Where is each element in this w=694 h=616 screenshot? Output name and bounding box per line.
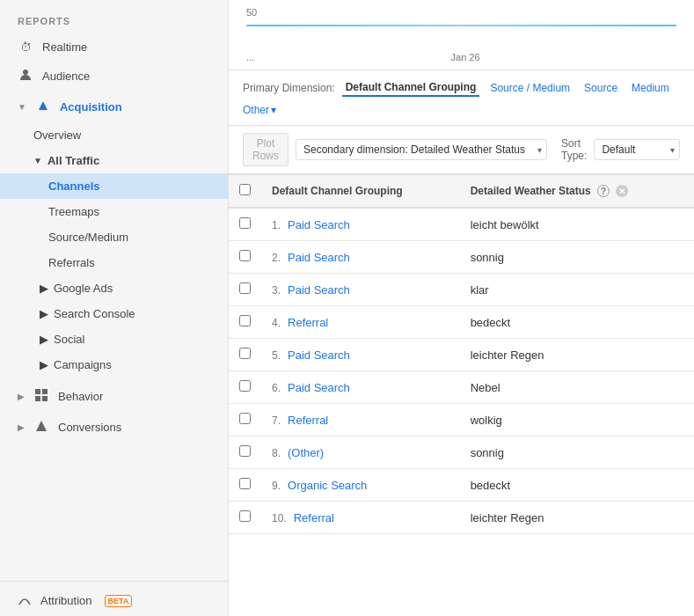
row-checkbox[interactable] xyxy=(239,478,251,489)
sidebar-item-social[interactable]: ▶ Social xyxy=(0,326,228,352)
sidebar-item-realtime-label: Realtime xyxy=(42,40,87,54)
row-checkbox-cell xyxy=(229,306,261,339)
primary-dim-medium[interactable]: Medium xyxy=(628,80,673,96)
sort-select-wrapper: Default Ascending Descending xyxy=(594,139,680,160)
sidebar-attribution-label: Attribution xyxy=(40,594,92,607)
all-traffic-chevron: ▼ xyxy=(33,156,42,165)
reports-label: REPORTS xyxy=(0,0,228,33)
row-checkbox-cell xyxy=(229,436,261,469)
chart-bottom: ... Jan 26 xyxy=(246,52,676,62)
sort-type-select[interactable]: Default Ascending Descending xyxy=(594,139,680,160)
sidebar-google-ads-label: Google Ads xyxy=(54,282,113,295)
behavior-chevron: ▶ xyxy=(18,392,25,401)
secondary-dimension-select[interactable]: Secondary dimension: Detailed Weather St… xyxy=(296,139,547,160)
row-checkbox[interactable] xyxy=(239,217,251,229)
row-channel-cell: 5.Paid Search xyxy=(261,339,460,371)
row-number: 8. xyxy=(272,447,281,459)
channel-link[interactable]: Referral xyxy=(294,511,334,524)
row-checkbox[interactable] xyxy=(239,315,251,326)
row-checkbox-cell xyxy=(229,274,261,306)
sidebar-channels-label: Channels xyxy=(48,180,100,193)
table-row: 5.Paid Searchleichter Regen xyxy=(229,339,694,371)
row-number: 6. xyxy=(272,382,281,394)
sidebar-item-audience-label: Audience xyxy=(42,70,90,83)
channel-link[interactable]: Paid Search xyxy=(288,283,350,297)
sidebar-item-all-traffic[interactable]: ▼ All Traffic xyxy=(0,148,228,173)
row-channel-cell: 4.Referral xyxy=(261,306,460,339)
toolbar: Plot Rows Secondary dimension: Detailed … xyxy=(229,126,694,174)
table-header-row: Default Channel Grouping Detailed Weathe… xyxy=(229,175,694,209)
svg-marker-5 xyxy=(36,421,47,431)
chart-area: 50 ... Jan 26 xyxy=(229,0,694,70)
svg-point-0 xyxy=(23,70,28,75)
row-weather-cell: bedeckt xyxy=(460,306,694,339)
row-checkbox[interactable] xyxy=(239,510,251,522)
row-weather-cell: bedeckt xyxy=(460,469,694,502)
row-checkbox-cell xyxy=(229,469,261,502)
svg-rect-2 xyxy=(42,389,47,394)
primary-dim-other-label: Other xyxy=(243,104,269,116)
row-checkbox[interactable] xyxy=(239,380,251,392)
sidebar-item-channels[interactable]: Channels xyxy=(0,173,228,199)
table-row: 9.Organic Searchbedeckt xyxy=(229,469,694,502)
channel-link[interactable]: Paid Search xyxy=(288,251,350,264)
sidebar: REPORTS ⏱ Realtime Audience ▼ Acquisitio… xyxy=(0,0,229,616)
attribution-beta-badge: BETA xyxy=(105,595,133,607)
realtime-icon: ⏱ xyxy=(18,40,33,54)
row-weather-cell: leichter Regen xyxy=(460,502,694,534)
row-number: 3. xyxy=(272,284,281,297)
channel-link[interactable]: Referral xyxy=(288,414,328,427)
channel-link[interactable]: Paid Search xyxy=(288,381,350,394)
sidebar-treemaps-label: Treemaps xyxy=(48,205,99,218)
sidebar-item-realtime[interactable]: ⏱ Realtime xyxy=(0,33,228,61)
sidebar-item-google-ads[interactable]: ▶ Google Ads xyxy=(0,275,228,301)
table-body: 1.Paid Searchleicht bewölkt2.Paid Search… xyxy=(229,208,694,534)
row-checkbox[interactable] xyxy=(239,282,251,294)
sidebar-item-attribution[interactable]: Attribution BETA xyxy=(0,585,228,616)
sidebar-item-source-medium[interactable]: Source/Medium xyxy=(0,224,228,250)
sidebar-behavior-label: Behavior xyxy=(58,390,103,403)
primary-dimension-label: Primary Dimension: xyxy=(243,82,335,94)
select-all-checkbox[interactable] xyxy=(239,184,251,195)
row-checkbox[interactable] xyxy=(239,250,251,261)
sidebar-item-overview[interactable]: Overview xyxy=(0,122,228,148)
row-checkbox[interactable] xyxy=(239,348,251,359)
row-checkbox[interactable] xyxy=(239,445,251,457)
primary-dim-source[interactable]: Source xyxy=(581,80,621,96)
row-number: 10. xyxy=(272,512,287,524)
row-channel-cell: 6.Paid Search xyxy=(261,371,460,404)
channel-link[interactable]: Paid Search xyxy=(288,218,350,231)
sidebar-item-treemaps[interactable]: Treemaps xyxy=(0,199,228,224)
primary-dim-other[interactable]: Other ▾ xyxy=(243,104,276,116)
row-checkbox-cell xyxy=(229,502,261,534)
primary-dim-source-medium[interactable]: Source / Medium xyxy=(486,80,573,96)
header-channel-label: Default Channel Grouping xyxy=(272,185,403,197)
plot-rows-button[interactable]: Plot Rows xyxy=(243,133,289,166)
row-weather-cell: sonnig xyxy=(460,241,694,274)
channel-link[interactable]: (Other) xyxy=(288,446,324,459)
chart-dots: ... xyxy=(246,52,254,62)
sidebar-item-referrals[interactable]: Referrals xyxy=(0,250,228,275)
other-dropdown-icon: ▾ xyxy=(271,104,276,116)
weather-help-icon[interactable]: ? xyxy=(597,185,610,197)
channel-link[interactable]: Paid Search xyxy=(288,348,350,362)
header-checkbox-cell xyxy=(229,175,261,209)
row-channel-cell: 2.Paid Search xyxy=(261,241,460,274)
sidebar-item-conversions[interactable]: ▶ Conversions xyxy=(0,412,228,443)
sidebar-item-acquisition[interactable]: ▼ Acquisition xyxy=(0,92,228,122)
channel-link[interactable]: Organic Search xyxy=(288,479,367,492)
primary-dim-default-channel[interactable]: Default Channel Grouping xyxy=(342,79,480,97)
sidebar-item-audience[interactable]: Audience xyxy=(0,61,228,92)
data-table: Default Channel Grouping Detailed Weathe… xyxy=(229,174,694,534)
channel-link[interactable]: Referral xyxy=(288,316,328,329)
table-row: 1.Paid Searchleicht bewölkt xyxy=(229,208,694,241)
row-channel-cell: 10.Referral xyxy=(261,502,460,534)
header-weather-label: Detailed Weather Status xyxy=(471,185,591,197)
weather-close-icon[interactable]: ✕ xyxy=(616,185,628,197)
chart-date: Jan 26 xyxy=(451,52,480,62)
sidebar-item-campaigns[interactable]: ▶ Campaigns xyxy=(0,352,228,378)
sidebar-item-search-console[interactable]: ▶ Search Console xyxy=(0,301,228,326)
row-checkbox[interactable] xyxy=(239,413,251,424)
sidebar-item-behavior[interactable]: ▶ Behavior xyxy=(0,381,228,412)
svg-rect-4 xyxy=(42,396,47,401)
